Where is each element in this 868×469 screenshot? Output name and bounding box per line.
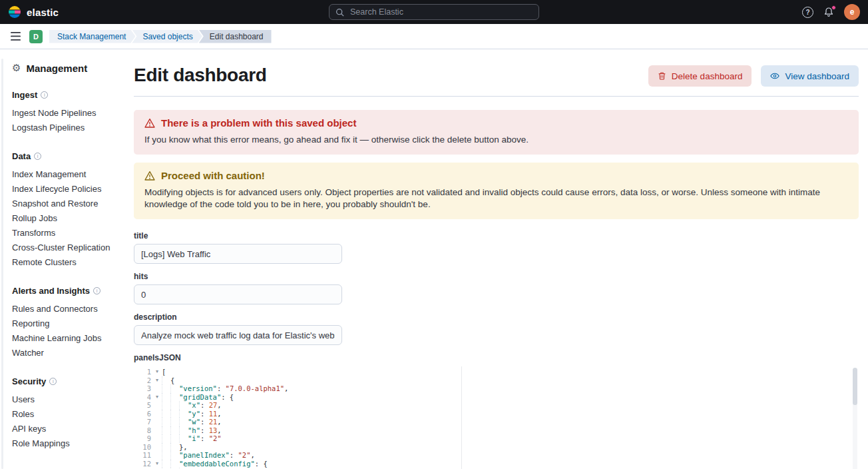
editor-line[interactable]: 2▾{	[134, 376, 859, 385]
sidebar-item-reporting[interactable]: Reporting	[12, 316, 112, 331]
fold-arrow-icon[interactable]: ▾	[152, 460, 162, 468]
divider	[134, 96, 859, 97]
page-title: Edit dashboard	[134, 64, 267, 87]
elastic-logo[interactable]: elastic	[0, 5, 67, 19]
line-number: 3	[134, 384, 152, 393]
editor-code: "w": 21,	[162, 418, 222, 426]
delete-dashboard-button[interactable]: Delete dashboard	[648, 65, 752, 87]
line-number: 12	[134, 460, 152, 468]
editor-code: "version": "7.0.0-alpha1",	[162, 384, 288, 393]
info-icon[interactable]: i	[34, 153, 41, 160]
line-number: 9	[134, 434, 152, 443]
space-avatar[interactable]: D	[29, 30, 43, 43]
editor-code: },	[162, 443, 188, 452]
menu-icon[interactable]	[5, 27, 25, 47]
info-icon[interactable]: i	[93, 287, 101, 294]
brand-text: elastic	[27, 7, 59, 18]
panels-json-block: panelsJSON 1▾[2▾{3"version": "7.0.0-alph…	[134, 353, 859, 469]
header-actions: Delete dashboard View dashboard	[648, 64, 859, 87]
sidebar-item-roles[interactable]: Roles	[12, 407, 112, 422]
fold-gutter	[152, 451, 162, 460]
editor-line[interactable]: 4▾"gridData": {	[134, 393, 859, 402]
sidebar-item-ingest-node-pipelines[interactable]: Ingest Node Pipelines	[12, 106, 112, 121]
editor-scrollbar-thumb[interactable]	[853, 368, 857, 405]
sidebar-section: Alerts and InsightsiRules and Connectors…	[12, 286, 112, 360]
sidebar-item-role-mappings[interactable]: Role Mappings	[12, 436, 112, 451]
info-icon[interactable]: i	[41, 91, 48, 99]
line-number: 2	[134, 376, 152, 385]
line-number: 8	[134, 426, 152, 435]
editor-code: [	[162, 368, 166, 376]
sidebar-item-index-lifecycle-policies[interactable]: Index Lifecycle Policies	[12, 182, 112, 197]
line-number: 7	[134, 418, 152, 426]
json-editor[interactable]: 1▾[2▾{3"version": "7.0.0-alpha1",4▾"grid…	[134, 366, 859, 469]
sidebar-item-logstash-pipelines[interactable]: Logstash Pipelines	[12, 121, 112, 135]
sidebar-item-index-management[interactable]: Index Management	[12, 167, 112, 182]
editor-line[interactable]: 10},	[134, 443, 859, 452]
info-icon[interactable]: i	[49, 378, 57, 385]
fold-gutter	[152, 384, 162, 393]
trash-icon	[658, 71, 666, 81]
error-callout-title: There is a problem with this saved objec…	[161, 117, 356, 129]
editor-scrollbar[interactable]	[853, 368, 857, 469]
breadcrumb: Stack ManagementSaved objectsEdit dashbo…	[49, 30, 272, 43]
form-field: description	[134, 312, 859, 345]
sidebar-item-remote-clusters[interactable]: Remote Clusters	[12, 255, 112, 270]
field-input-hits[interactable]	[134, 284, 342, 304]
field-input-description[interactable]	[134, 325, 342, 345]
global-search[interactable]	[329, 4, 539, 20]
editor-code: "embeddableConfig": {	[162, 460, 268, 468]
notification-badge	[831, 5, 836, 10]
sidebar-item-rollup-jobs[interactable]: Rollup Jobs	[12, 211, 112, 226]
editor-line[interactable]: 1▾[	[134, 368, 859, 376]
notifications-icon[interactable]	[823, 7, 834, 17]
sidebar-item-watcher[interactable]: Watcher	[12, 346, 112, 360]
editor-code: "h": 13,	[162, 426, 222, 435]
editor-line[interactable]: 9"i": "2"	[134, 434, 859, 443]
sidebar-item-transforms[interactable]: Transforms	[12, 226, 112, 240]
editor-line[interactable]: 11"panelIndex": "2",	[134, 451, 859, 460]
sidebar-item-rules-and-connectors[interactable]: Rules and Connectors	[12, 302, 112, 316]
editor-line[interactable]: 12▾"embeddableConfig": {	[134, 460, 859, 468]
user-avatar[interactable]: e	[844, 4, 860, 20]
warning-callout-body: Modifying objects is for advanced users …	[144, 187, 848, 211]
sidebar-section-heading: Datai	[12, 151, 112, 161]
editor-code: {	[162, 376, 174, 385]
editor-line[interactable]: 8"h": 13,	[134, 426, 859, 435]
sidebar-item-users[interactable]: Users	[12, 392, 112, 407]
fold-arrow-icon[interactable]: ▾	[152, 368, 162, 376]
search-icon	[335, 8, 344, 17]
editor-line[interactable]: 7"w": 21,	[134, 418, 859, 426]
breadcrumb-item[interactable]: Saved objects	[132, 30, 202, 43]
sidebar-section-heading: Ingesti	[12, 90, 112, 100]
sidebar-item-machine-learning-jobs[interactable]: Machine Learning Jobs	[12, 331, 112, 346]
fold-arrow-icon[interactable]: ▾	[152, 393, 162, 402]
sidebar-scrollbar[interactable]	[1, 59, 3, 469]
view-dashboard-button[interactable]: View dashboard	[761, 65, 859, 87]
field-label-title: title	[134, 231, 859, 240]
gear-icon: ⚙	[12, 63, 21, 73]
editor-code: "y": 11,	[162, 410, 222, 418]
fold-arrow-icon[interactable]: ▾	[152, 376, 162, 385]
editor-line[interactable]: 5"x": 27,	[134, 401, 859, 410]
help-icon[interactable]: ?	[802, 7, 813, 18]
search-input[interactable]	[349, 7, 533, 17]
form-field: hits	[134, 272, 859, 304]
editor-line[interactable]: 3"version": "7.0.0-alpha1",	[134, 384, 859, 393]
editor-line[interactable]: 6"y": 11,	[134, 410, 859, 418]
error-callout-body: If you know what this error means, go ah…	[144, 134, 848, 146]
delete-dashboard-label: Delete dashboard	[672, 71, 743, 81]
error-callout: There is a problem with this saved objec…	[134, 110, 859, 155]
field-label-description: description	[134, 312, 859, 322]
field-input-title[interactable]	[134, 244, 342, 264]
panelsJSON-label: panelsJSON	[134, 353, 859, 362]
sidebar-section: IngestiIngest Node PipelinesLogstash Pip…	[12, 90, 112, 135]
warning-callout: Proceed with caution! Modifying objects …	[134, 163, 859, 219]
sidebar-item-cross-cluster-replication[interactable]: Cross-Cluster Replication	[12, 240, 112, 255]
fold-gutter	[152, 426, 162, 435]
breadcrumb-item[interactable]: Stack Management	[49, 30, 135, 43]
sidebar-item-api-keys[interactable]: API keys	[12, 422, 112, 436]
form-field: title	[134, 231, 859, 264]
sidebar-item-snapshot-and-restore[interactable]: Snapshot and Restore	[12, 197, 112, 211]
view-dashboard-label: View dashboard	[785, 71, 849, 81]
